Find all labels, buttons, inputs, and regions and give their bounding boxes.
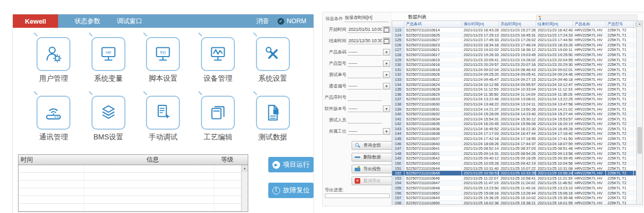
action-button-label: 导出报告 bbox=[363, 166, 381, 172]
cell-start-time: 2021/11/24 13:24:11 bbox=[499, 102, 536, 106]
tile-script-settings[interactable]: f(x) 脚本设置 bbox=[136, 37, 191, 83]
filter-control-button[interactable] bbox=[383, 83, 390, 90]
table-row[interactable]: 138 5225072111010630 2021/11/24 13:48:22… bbox=[392, 102, 636, 107]
cell-start-time: 2021/11/23 20:07:16 bbox=[499, 62, 536, 67]
mute-button[interactable]: 消音 bbox=[256, 17, 269, 26]
tile-process-edit[interactable]: 工艺编辑 bbox=[191, 96, 246, 142]
table-row[interactable]: 128 5225072111010617 2021/11/23 19:26:33… bbox=[392, 52, 636, 58]
table-row[interactable]: 140 5225072111010632 2021/11/24 15:28:09… bbox=[392, 112, 636, 117]
tile-system-variables[interactable]: var 系统变量 bbox=[81, 37, 136, 83]
cell-product-model: 225KTL T1 bbox=[606, 33, 634, 38]
table-row[interactable]: 130 5225072111010616 2021/11/23 20:29:57… bbox=[392, 62, 636, 67]
table-row[interactable]: 152 5225072111010645 2021/11/25 10:56:53… bbox=[392, 171, 636, 176]
table-row[interactable]: 129 5225072111010615 2021/11/23 20:05:41… bbox=[392, 58, 636, 63]
table-row[interactable]: 124 5225072111010625 2021/11/23 17:25:13… bbox=[392, 33, 636, 38]
data-list-tab[interactable]: 数据列表 bbox=[408, 14, 427, 21]
cell-save-time: 2021/11/23 20:29:57 bbox=[462, 62, 499, 67]
table-row[interactable]: 133 5225072111010622 2021/11/24 09:46:47… bbox=[392, 77, 636, 82]
filter-header-value[interactable]: 按保存时间[H] bbox=[344, 15, 389, 22]
filter-control-button[interactable] bbox=[383, 49, 390, 56]
table-row[interactable]: 145 5225072111010637 2021/11/24 17:42:18… bbox=[392, 136, 636, 141]
log-row[interactable] bbox=[19, 204, 241, 211]
table-row[interactable]: 144 5225072111010638 2021/11/24 17:17:03… bbox=[392, 131, 636, 136]
table-row[interactable]: 131 5225072111010618 2021/11/24 09:02:04… bbox=[392, 67, 636, 73]
filter-value-input[interactable]: ------ bbox=[347, 129, 382, 135]
filter-control-button[interactable] bbox=[383, 128, 390, 135]
filter-value-input[interactable]: ------ bbox=[347, 83, 382, 90]
log-row[interactable] bbox=[19, 181, 241, 188]
action-button-icon bbox=[355, 143, 360, 148]
table-row[interactable]: 153 5225072111010646 2021/11/25 11:22:07… bbox=[392, 176, 636, 181]
filter-control-button[interactable] bbox=[383, 105, 390, 112]
tile-communication-management[interactable]: 通讯管理 bbox=[26, 96, 81, 142]
action-button[interactable]: 删除数据 bbox=[352, 153, 398, 162]
table-scrollbar[interactable]: ▴ bbox=[636, 21, 642, 204]
menu-item[interactable]: 调试窗口 bbox=[117, 17, 142, 26]
table-row[interactable]: 151 5225072111010644 2021/11/25 10:31:40… bbox=[392, 166, 636, 171]
action-button[interactable]: 导出报告 bbox=[352, 165, 398, 173]
table-row[interactable]: 156 5225072111010652 2021/11/25 15:08:16… bbox=[392, 191, 636, 196]
table-row[interactable]: 141 5225072111010634 2021/11/24 15:54:31… bbox=[392, 117, 636, 122]
filter-value-input[interactable]: ------ bbox=[347, 61, 382, 67]
table-row[interactable]: 132 5225072111010626 2021/11/24 09:25:20… bbox=[392, 72, 636, 77]
fault-reset-button[interactable]: ! 故障复位 bbox=[268, 183, 314, 198]
table-row[interactable]: 142 5225072111010635 2021/11/24 16:20:45… bbox=[392, 121, 636, 127]
table-row[interactable]: 148 5225072111010601 2021/11/25 09:14:31… bbox=[392, 151, 636, 156]
table-row[interactable]: 123 5225072111010614 2021/11/23 16:43:28… bbox=[392, 28, 636, 33]
tile-system-settings[interactable]: 系统设置 bbox=[245, 37, 300, 83]
tile-bms-settings[interactable]: BMS设置 bbox=[81, 96, 136, 142]
table-row[interactable]: 143 5225072111010636 2021/11/24 16:45:52… bbox=[392, 127, 636, 132]
table-row[interactable]: 139 5225072111010631 2021/11/24 14:21:37… bbox=[392, 107, 636, 112]
log-row[interactable] bbox=[19, 188, 241, 196]
tile-manual-debug[interactable]: 手动调试 bbox=[136, 96, 191, 142]
table-row[interactable]: 147 5225072111010641 2021/11/25 08:52:14… bbox=[392, 146, 636, 151]
brand-logo[interactable]: Kewell bbox=[13, 14, 58, 28]
filter-value-input[interactable] bbox=[347, 117, 382, 123]
table-row[interactable]: 125 5225072111010627 2021/11/23 17:45:33… bbox=[392, 38, 636, 43]
table-row[interactable]: 126 5225072111010623 2021/11/23 18:34:18… bbox=[392, 43, 636, 48]
table-row[interactable]: 150 5225072111010643 2021/11/25 10:05:28… bbox=[392, 161, 636, 166]
table-row[interactable]: 136 5225072111010629 2021/11/24 11:35:50… bbox=[392, 92, 636, 97]
filter-value-input[interactable] bbox=[347, 95, 382, 101]
filter-value-input[interactable]: ------ bbox=[347, 49, 382, 56]
log-row[interactable] bbox=[19, 173, 241, 181]
action-button[interactable]: 取消导出 bbox=[352, 176, 398, 185]
table-row[interactable]: 155 5225072111010648 2021/11/25 13:23:50… bbox=[392, 186, 636, 191]
filter-value-input[interactable]: 2021/12/30 10:30 bbox=[347, 38, 382, 44]
tile-device-management[interactable]: 设备管理 bbox=[191, 37, 246, 83]
filter-control-button[interactable] bbox=[383, 72, 390, 78]
table-row[interactable]: 149 5225072111010642 2021/11/25 09:40:12… bbox=[392, 156, 636, 161]
scroll-up-icon[interactable]: ▴ bbox=[637, 21, 642, 27]
header-save-time[interactable]: 保存时间[H] bbox=[462, 21, 499, 27]
filter-value-input[interactable] bbox=[347, 72, 382, 78]
header-row-number[interactable] bbox=[392, 21, 404, 27]
action-button[interactable]: 查询全部 bbox=[352, 141, 398, 150]
filter-value-input[interactable]: ------ bbox=[347, 106, 382, 112]
project-run-button[interactable]: ▶ 项目运行 bbox=[268, 157, 314, 172]
filter-control-button[interactable] bbox=[383, 38, 390, 44]
table-row[interactable]: 154 5225072111010647 2021/11/25 11:47:19… bbox=[392, 181, 636, 186]
table-row[interactable]: 157 5225072111010649 2021/11/25 15:36:25… bbox=[392, 196, 636, 201]
log-row[interactable] bbox=[19, 165, 241, 173]
log-scrollbar[interactable]: ▴ bbox=[241, 165, 248, 211]
tile-user-management[interactable]: 用户管理 bbox=[26, 37, 81, 83]
filter-control-button[interactable] bbox=[383, 60, 390, 67]
table-row[interactable]: 134 5225072111010624 2021/11/24 10:12:55… bbox=[392, 82, 636, 87]
scroll-thumb[interactable] bbox=[637, 127, 642, 154]
log-row[interactable] bbox=[19, 196, 241, 204]
tile-test-data[interactable]: W 测试数据 bbox=[245, 96, 300, 142]
filter-control-button[interactable] bbox=[383, 26, 390, 33]
filter-value-input[interactable]: 2021/01/01 10:00 bbox=[347, 27, 382, 33]
menu-item[interactable]: 状态参数 bbox=[75, 17, 100, 26]
scroll-up-icon[interactable]: ▴ bbox=[242, 165, 248, 171]
header-end-time[interactable]: 结束时间[H] bbox=[536, 21, 573, 27]
table-row[interactable]: 135 5225072111010628 2021/11/24 11:12:59… bbox=[392, 87, 636, 92]
table-row[interactable]: 137 5225072111010633 2021/11/24 13:22:46… bbox=[392, 97, 636, 102]
table-row[interactable]: 127 5225072111010621 2021/11/23 19:02:02… bbox=[392, 47, 636, 52]
table-row[interactable]: 158 5225072111010650 2021/11/25 16:02:38… bbox=[392, 201, 636, 204]
header-product-name[interactable]: 产品名称 bbox=[573, 21, 606, 27]
header-barcode[interactable]: 产品条码 bbox=[404, 21, 462, 27]
table-row[interactable]: 146 5225072111010640 2021/11/24 18:08:26… bbox=[392, 141, 636, 147]
header-start-time[interactable]: 开始时间[H] bbox=[499, 21, 536, 27]
header-product-model[interactable]: 产品型号 bbox=[606, 21, 634, 27]
